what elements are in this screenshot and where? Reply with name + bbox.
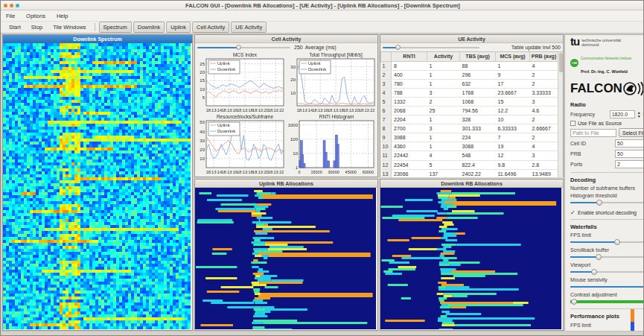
toolbar-cell-activity[interactable]: Cell Activity [192,22,229,33]
panel-header-uplink-rb[interactable]: Uplink RB Allocations [195,180,377,188]
cell: 2402.22 [460,169,496,177]
cell: 3988 [392,133,427,142]
row-number: 3 [381,79,392,88]
table-row[interactable]: 11224424548123 [381,151,558,160]
toolbar-spectrum[interactable]: Spectrum [99,22,132,33]
table-update-slider[interactable] [383,45,479,50]
cell: 4360 [392,142,427,151]
cell: 25 [427,106,460,115]
use-file-checkbox[interactable]: Use File as Source [570,121,644,126]
toolbar-start[interactable]: Start [4,22,25,33]
panel-title-uplink-rb: Uplink RB Allocations [259,181,313,186]
histogram-threshold-label: Histogram threshold [570,193,644,198]
frequency-label: Frequency [570,112,608,117]
cell: 11.6496 [496,169,530,177]
cell-id-input[interactable]: 50 [615,139,644,148]
toolbar-tile-windows[interactable]: Tile Windows [48,22,90,33]
menu-help[interactable]: Help [55,12,69,20]
shortcut-decoding-checkbox[interactable]: ✓ Enable shortcut decoding [570,210,644,215]
average-interval-slider[interactable] [197,45,290,50]
cell: 1 [427,142,460,151]
cell: 23.6667 [496,88,530,97]
contrast-slider[interactable] [570,298,644,305]
histogram-threshold-slider[interactable] [570,199,644,206]
panel-title-ue-activity: UE Activity [458,37,485,42]
frequency-spinbox[interactable]: 1820.0 [610,110,635,118]
falcon-gui-window: FALCON GUI - [Downlink RB Allocations] -… [0,0,644,336]
toolbar-ue-activity[interactable]: UE Activity [231,22,267,33]
table-row[interactable]: 10436013088194 [381,142,558,151]
table-row[interactable]: 827003301.3336.333332.66667 [381,124,558,133]
subframe-buffers-label: Number of subframe buffers [570,186,644,191]
cell: 4 [530,61,558,70]
menu-file[interactable]: File [4,12,16,20]
path-to-file-input[interactable]: Path to File [570,129,616,137]
cell: 1 [427,133,460,142]
col-tbs-avg-[interactable]: TBS (avg) [460,52,496,61]
cell: 1 [427,115,460,124]
uplink-rb-waterfall[interactable] [195,188,376,329]
table-update-label: Table update invl 500 [511,45,561,50]
table-row[interactable]: 6206825794.5612.24.6 [381,106,558,115]
panel-header-downlink-rb[interactable]: Downlink RB Allocations [380,180,563,188]
viewport-slider[interactable] [570,268,644,275]
cell: 632 [460,79,496,88]
section-waterfalls: Waterfalls [570,224,644,230]
toolbar-downlink[interactable]: Downlink [133,22,165,33]
cell-activity-charts [195,51,377,175]
col-activity[interactable]: Activity [427,52,460,61]
col-rnti[interactable]: RNTI [392,52,427,61]
wf-fps-slider[interactable] [570,238,644,245]
cell: 3 [427,88,460,97]
cell: 1 [427,61,460,70]
downlink-spectrum-waterfall[interactable] [3,43,191,329]
table-row[interactable]: 12224545822.49.82.8 [381,160,558,169]
ports-input[interactable]: 2 [615,160,644,168]
falcon-logo: FALCON [570,80,644,97]
col-mcs-avg-[interactable]: MCS (avg) [496,52,530,61]
toolbar-uplink[interactable]: Uplink [166,22,191,33]
cell: 3.33333 [530,88,558,97]
table-row[interactable]: 2400129692 [381,70,558,79]
cell: 1 [427,70,460,79]
table-row[interactable]: 5133221068153 [381,97,558,106]
panel-header-cell-activity[interactable]: Cell Activity [195,35,377,43]
table-row[interactable]: 37801632172 [381,79,558,88]
mouse-sensivity-slider[interactable] [570,283,644,290]
row-number: 2 [381,70,392,79]
table-row[interactable]: 93988122472 [381,133,558,142]
table-row[interactable]: 13230661372402.2211.649613.9489 [381,169,558,177]
cell: 9.8 [496,160,530,169]
cell: 1 [496,61,530,70]
select-file-button[interactable]: Select File [619,128,644,137]
cell: 3 [427,124,460,133]
toolbar-stop[interactable]: Stop [27,22,47,33]
cell: 1 [427,79,460,88]
cell: 1768 [460,88,496,97]
frequency-spin-arrows[interactable]: ▲▼ [637,111,641,118]
prb-input[interactable]: 50 [615,150,644,158]
cell: 4 [427,151,460,160]
row-number: 11 [381,151,392,160]
col-rownum[interactable] [381,52,392,61]
window-title: FALCON GUI - [Downlink RB Allocations] -… [1,2,644,9]
cell: 2 [530,79,558,88]
table-row[interactable]: 47883176823.66673.33333 [381,88,558,97]
table-row[interactable]: 722041328102 [381,115,558,124]
cell: 4.6 [530,106,558,115]
panel-header-downlink-spectrum[interactable]: Downlink Spectrum [3,35,192,43]
panel-uplink-rb: Uplink RB Allocations [194,179,378,331]
cell: 1068 [460,97,496,106]
scrollback-slider[interactable] [570,253,644,260]
rnti-histogram-chart [287,113,377,175]
ue-table-scrollbar[interactable] [558,52,563,177]
cell: 2068 [392,106,427,115]
menu-options[interactable]: Options [25,12,47,20]
panel-header-ue-activity[interactable]: UE Activity [380,35,563,43]
col-prb-avg-[interactable]: PRB (avg) [530,52,558,61]
table-row[interactable]: 1818814 [381,61,558,70]
viewport-label: Viewport [570,262,644,267]
downlink-rb-waterfall[interactable] [380,188,561,329]
total-throughput-chart [287,51,377,113]
cell: 296 [460,70,496,79]
